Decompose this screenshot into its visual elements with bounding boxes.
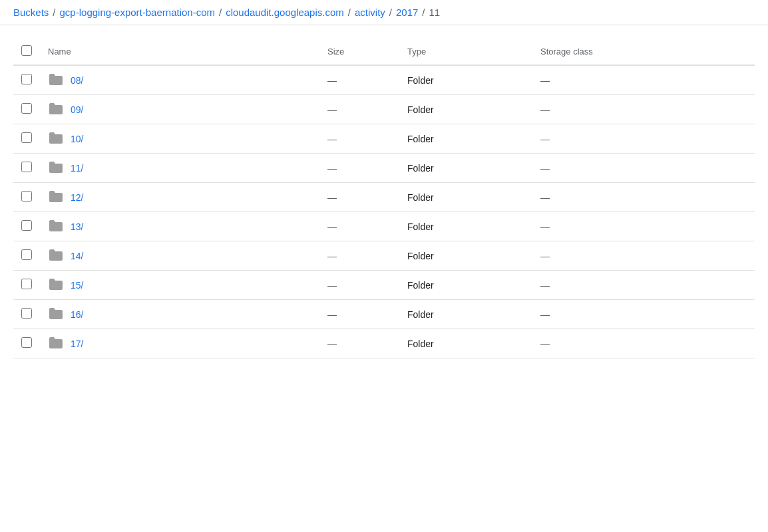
size-value: — (327, 75, 337, 86)
row-size-cell-16: — (319, 300, 399, 329)
row-size-cell-14: — (319, 241, 399, 271)
row-checkbox-10[interactable] (21, 132, 32, 143)
col-header-size: Size (319, 39, 399, 65)
row-name-cell-09: 09/ (40, 95, 319, 124)
row-type-cell-09: Folder (399, 95, 532, 124)
select-all-header[interactable] (13, 39, 40, 65)
breadcrumb-sep-1: / (53, 7, 55, 18)
row-size-cell-08: — (319, 65, 399, 95)
row-type-cell-08: Folder (399, 65, 532, 95)
row-checkbox-cell-17[interactable] (13, 329, 40, 358)
folder-link-16[interactable]: 16/ (71, 309, 83, 320)
row-type-cell-13: Folder (399, 212, 532, 241)
storage-value: — (540, 221, 550, 232)
row-checkbox-15[interactable] (21, 279, 32, 289)
row-checkbox-11[interactable] (21, 162, 32, 172)
row-checkbox-cell-09[interactable] (13, 95, 40, 124)
row-name-cell-15: 15/ (40, 271, 319, 300)
storage-value: — (540, 134, 550, 144)
row-type-cell-11: Folder (399, 154, 532, 183)
table-row: 10/—Folder— (13, 124, 755, 154)
size-value: — (327, 134, 337, 144)
size-value: — (327, 104, 337, 115)
row-storage-cell-10: — (532, 124, 755, 154)
row-name-cell-16: 16/ (40, 300, 319, 329)
col-header-name: Name (40, 39, 319, 65)
row-storage-cell-14: — (532, 241, 755, 271)
storage-value: — (540, 280, 550, 291)
row-type-cell-16: Folder (399, 300, 532, 329)
row-size-cell-12: — (319, 183, 399, 212)
folder-icon (48, 219, 64, 234)
breadcrumb-sep-2: / (219, 7, 222, 18)
folder-link-09[interactable]: 09/ (71, 104, 83, 115)
row-name-cell-10: 10/ (40, 124, 319, 154)
row-checkbox-cell-15[interactable] (13, 271, 40, 300)
row-checkbox-09[interactable] (21, 103, 32, 114)
folder-link-08[interactable]: 08/ (71, 75, 83, 86)
breadcrumb-bucket-name[interactable]: gcp-logging-export-baernation-com (60, 7, 215, 18)
folder-link-14[interactable]: 14/ (71, 251, 83, 261)
breadcrumb-buckets[interactable]: Buckets (13, 7, 49, 18)
row-storage-cell-11: — (532, 154, 755, 183)
breadcrumb-sep-5: / (422, 7, 425, 18)
row-checkbox-12[interactable] (21, 191, 32, 201)
row-name-cell-11: 11/ (40, 154, 319, 183)
folder-link-12[interactable]: 12/ (71, 192, 83, 203)
row-checkbox-13[interactable] (21, 220, 32, 231)
breadcrumb-sep-4: / (389, 7, 392, 18)
breadcrumb-cloudaudit[interactable]: cloudaudit.googleapis.com (226, 7, 344, 18)
row-type-cell-17: Folder (399, 329, 532, 358)
row-size-cell-10: — (319, 124, 399, 154)
folder-link-15[interactable]: 15/ (71, 280, 83, 291)
size-value: — (327, 221, 337, 232)
row-checkbox-16[interactable] (21, 308, 32, 319)
table-row: 17/—Folder— (13, 329, 755, 358)
row-checkbox-cell-10[interactable] (13, 124, 40, 154)
folder-link-10[interactable]: 10/ (71, 134, 83, 144)
folder-icon (48, 131, 64, 146)
row-checkbox-17[interactable] (21, 337, 32, 348)
table-row: 15/—Folder— (13, 271, 755, 300)
row-checkbox-cell-11[interactable] (13, 154, 40, 183)
table-row: 13/—Folder— (13, 212, 755, 241)
folder-link-11[interactable]: 11/ (71, 163, 83, 174)
row-checkbox-cell-13[interactable] (13, 212, 40, 241)
table-row: 16/—Folder— (13, 300, 755, 329)
row-checkbox-cell-14[interactable] (13, 241, 40, 271)
row-name-cell-13: 13/ (40, 212, 319, 241)
row-name-cell-14: 14/ (40, 241, 319, 271)
table-row: 11/—Folder— (13, 154, 755, 183)
storage-value: — (540, 192, 550, 203)
storage-value: — (540, 309, 550, 320)
breadcrumb-sep-3: / (348, 7, 351, 18)
row-type-cell-10: Folder (399, 124, 532, 154)
row-checkbox-cell-16[interactable] (13, 300, 40, 329)
breadcrumb-2017[interactable]: 2017 (396, 7, 418, 18)
storage-value: — (540, 338, 550, 349)
table-row: 09/—Folder— (13, 95, 755, 124)
row-checkbox-14[interactable] (21, 249, 32, 260)
folder-icon (48, 336, 64, 351)
row-type-cell-14: Folder (399, 241, 532, 271)
table-row: 12/—Folder— (13, 183, 755, 212)
row-storage-cell-15: — (532, 271, 755, 300)
row-checkbox-cell-12[interactable] (13, 183, 40, 212)
breadcrumb-activity[interactable]: activity (355, 7, 385, 18)
row-checkbox-cell-08[interactable] (13, 65, 40, 95)
size-value: — (327, 309, 337, 320)
col-header-type: Type (399, 39, 532, 65)
row-checkbox-08[interactable] (21, 74, 32, 84)
row-storage-cell-13: — (532, 212, 755, 241)
folder-link-17[interactable]: 17/ (71, 338, 83, 349)
breadcrumb-11: 11 (429, 7, 441, 18)
folder-icon (48, 190, 64, 205)
size-value: — (327, 192, 337, 203)
col-header-storage-class: Storage class (532, 39, 755, 65)
select-all-checkbox[interactable] (21, 45, 32, 56)
row-size-cell-17: — (319, 329, 399, 358)
folder-link-13[interactable]: 13/ (71, 221, 83, 232)
size-value: — (327, 163, 337, 174)
size-value: — (327, 251, 337, 261)
table-header-row: Name Size Type Storage class (13, 39, 755, 65)
